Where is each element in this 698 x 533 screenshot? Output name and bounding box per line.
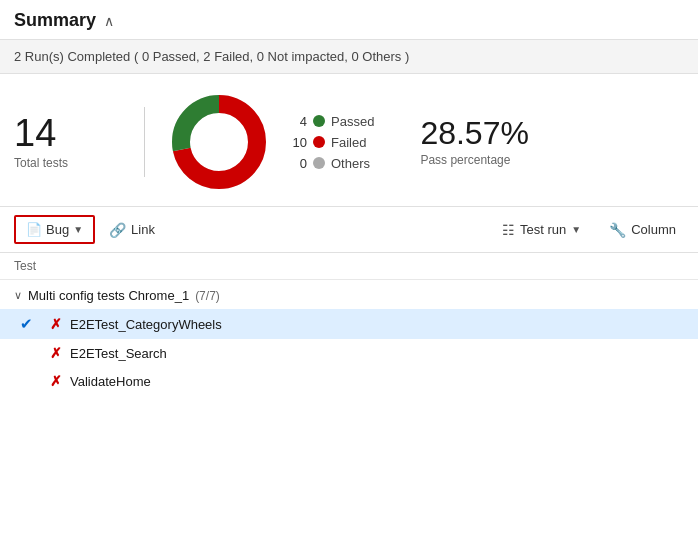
header: Summary ∧ (0, 0, 698, 40)
legend-others: 0 Others (289, 156, 374, 171)
test-item-name-2: E2ETest_Search (70, 346, 167, 361)
group-chevron-icon[interactable]: ∨ (14, 289, 22, 302)
test-item-3[interactable]: ✗ ValidateHome (0, 367, 698, 395)
test-column-label: Test (14, 259, 36, 273)
legend-passed-label: Passed (331, 114, 374, 129)
link-button[interactable]: 🔗 Link (99, 217, 165, 243)
bug-button[interactable]: 📄 Bug ▼ (14, 215, 95, 244)
test-run-chevron-icon: ▼ (571, 224, 581, 235)
pass-pct-value: 28.57% (420, 117, 529, 149)
toolbar-right: ☷ Test run ▼ 🔧 Column (494, 217, 684, 243)
failed-dot (313, 136, 325, 148)
selected-check-icon: ✔ (20, 315, 42, 333)
toolbar: 📄 Bug ▼ 🔗 Link ☷ Test run ▼ 🔧 Column (0, 207, 698, 253)
fail-icon-1: ✗ (50, 316, 62, 332)
legend-block: 4 Passed 10 Failed 0 Others (289, 114, 374, 171)
vertical-divider (144, 107, 145, 177)
legend-passed: 4 Passed (289, 114, 374, 129)
svg-point-3 (191, 114, 247, 170)
pass-pct-label: Pass percentage (420, 153, 510, 167)
test-run-icon: ☷ (502, 222, 515, 238)
donut-chart (169, 92, 269, 192)
legend-passed-count: 4 (289, 114, 307, 129)
run-summary-bar: 2 Run(s) Completed ( 0 Passed, 2 Failed,… (0, 40, 698, 74)
run-summary-text: 2 Run(s) Completed ( 0 Passed, 2 Failed,… (14, 49, 409, 64)
link-icon: 🔗 (109, 222, 126, 238)
bug-icon: 📄 (26, 222, 42, 237)
fail-icon-2: ✗ (50, 345, 62, 361)
column-button[interactable]: 🔧 Column (601, 217, 684, 243)
passed-dot (313, 115, 325, 127)
test-item-name-3: ValidateHome (70, 374, 151, 389)
column-label: Column (631, 222, 676, 237)
page-title: Summary (14, 10, 96, 31)
legend-others-label: Others (331, 156, 370, 171)
stats-row: 14 Total tests 4 Passed 10 Failed 0 (0, 74, 698, 207)
group-name: Multi config tests Chrome_1 (28, 288, 189, 303)
column-icon: 🔧 (609, 222, 626, 238)
total-count: 14 (14, 114, 56, 152)
test-run-label: Test run (520, 222, 566, 237)
legend-others-count: 0 (289, 156, 307, 171)
legend-failed-count: 10 (289, 135, 307, 150)
test-group: ∨ Multi config tests Chrome_1 (7/7) (0, 280, 698, 309)
total-tests-block: 14 Total tests (14, 114, 114, 170)
pass-percentage-block: 28.57% Pass percentage (420, 117, 529, 167)
test-item-name-1: E2ETest_CategoryWheels (70, 317, 222, 332)
group-row: ∨ Multi config tests Chrome_1 (7/7) (14, 286, 684, 305)
bug-chevron-icon: ▼ (73, 224, 83, 235)
donut-svg (169, 92, 269, 192)
test-run-button[interactable]: ☷ Test run ▼ (494, 217, 589, 243)
link-label: Link (131, 222, 155, 237)
test-item-2[interactable]: ✗ E2ETest_Search (0, 339, 698, 367)
collapse-icon[interactable]: ∧ (104, 13, 114, 29)
fail-icon-3: ✗ (50, 373, 62, 389)
bug-label: Bug (46, 222, 69, 237)
group-count: (7/7) (195, 289, 220, 303)
legend-failed-label: Failed (331, 135, 366, 150)
total-label: Total tests (14, 156, 68, 170)
test-item-1[interactable]: ✔ ✗ E2ETest_CategoryWheels (0, 309, 698, 339)
table-column-header: Test (0, 253, 698, 280)
others-dot (313, 157, 325, 169)
legend-failed: 10 Failed (289, 135, 374, 150)
